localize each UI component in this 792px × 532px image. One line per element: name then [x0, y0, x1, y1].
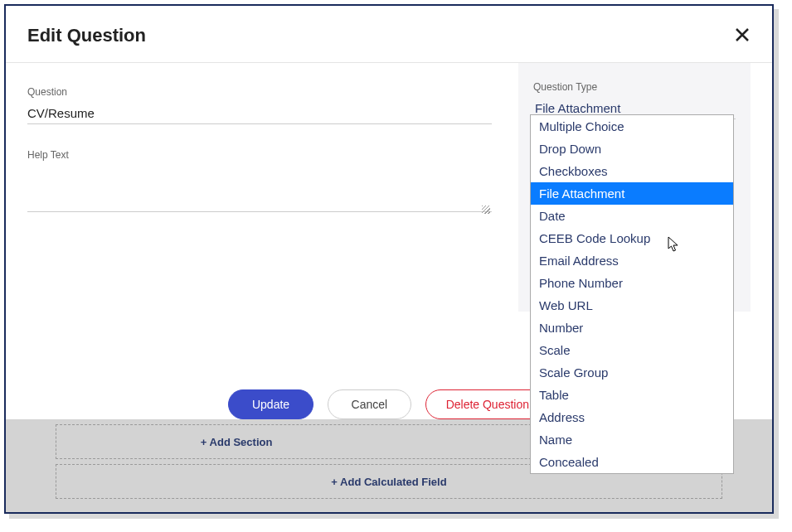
modal-title: Edit Question	[27, 25, 146, 46]
question-type-dropdown[interactable]: Multiple ChoiceDrop DownCheckboxesFile A…	[530, 114, 734, 474]
resize-grip-icon[interactable]	[482, 206, 490, 214]
modal-frame: Edit Question Question Help Text Questio…	[4, 4, 774, 514]
question-type-option[interactable]: Address	[531, 406, 733, 428]
question-type-option[interactable]: Concealed	[531, 451, 733, 473]
cancel-button[interactable]: Cancel	[328, 389, 412, 419]
question-type-option[interactable]: File Attachment	[531, 182, 733, 205]
modal-body: Question Help Text Question Type File At…	[6, 63, 772, 437]
question-type-option[interactable]: CEEB Code Lookup	[531, 227, 733, 249]
question-type-option[interactable]: Email Address	[531, 249, 733, 272]
question-type-option[interactable]: Checkboxes	[531, 160, 733, 182]
help-block: Help Text	[27, 149, 492, 215]
question-type-option[interactable]: Date	[531, 205, 733, 227]
update-button[interactable]: Update	[228, 389, 313, 419]
close-icon	[734, 27, 751, 43]
question-type-option[interactable]: Multiple Choice	[531, 115, 733, 138]
add-calculated-link[interactable]: + Add Calculated Field	[331, 476, 446, 488]
modal-header: Edit Question	[6, 6, 772, 63]
question-type-option[interactable]: Phone Number	[531, 272, 733, 294]
question-type-option[interactable]: Name	[531, 428, 733, 451]
question-type-option[interactable]: Web URL	[531, 294, 733, 317]
close-button[interactable]	[734, 24, 751, 47]
help-text-label: Help Text	[27, 149, 492, 161]
question-type-option[interactable]: Number	[531, 317, 733, 339]
question-type-option[interactable]: Scale	[531, 339, 733, 361]
question-type-label: Question Type	[533, 81, 736, 93]
left-column: Question Help Text	[27, 86, 492, 215]
question-label: Question	[27, 86, 492, 98]
question-type-option[interactable]: Drop Down	[531, 138, 733, 160]
question-input[interactable]	[27, 103, 492, 124]
question-type-option[interactable]: Table	[531, 384, 733, 406]
question-type-option[interactable]: Scale Group	[531, 361, 733, 384]
add-section-link[interactable]: + Add Section	[201, 436, 273, 448]
help-text-input[interactable]	[27, 166, 492, 212]
question-type-panel: Question Type File Attachment Multiple C…	[518, 63, 751, 312]
